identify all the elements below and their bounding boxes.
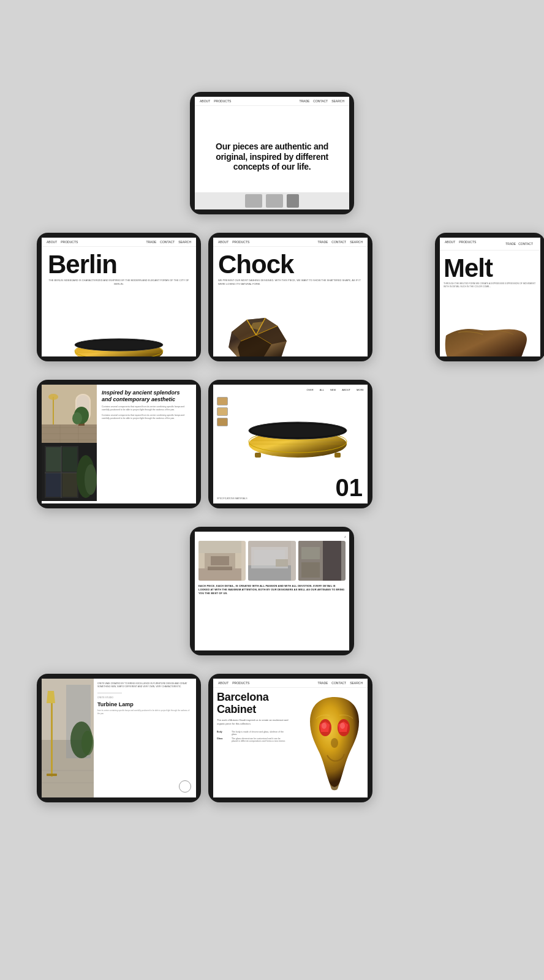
nav-about-t1[interactable]: ABOUT bbox=[200, 99, 210, 103]
nav-item-3[interactable]: NEW bbox=[330, 388, 336, 391]
nav-bar-t3: ABOUT PRODUCTS TRADE CONTACT SEARCH bbox=[213, 238, 368, 247]
nav-item-4[interactable]: ABOUT bbox=[342, 388, 350, 391]
turbine-text: CRETE WAS CREATED BY TO BRING EXCELLENCE… bbox=[94, 679, 196, 797]
product-nav-row: OVER ALL NEW ABOUT MORE bbox=[217, 388, 364, 391]
melt-content: Melt THROUGH THE MELTED FORM WE CREATE A… bbox=[440, 251, 540, 356]
mockup-container: ABOUT PRODUCTS TRADE CONTACT SEARCH Our … bbox=[0, 0, 544, 980]
product-detail-content: OVER ALL NEW ABOUT MORE bbox=[213, 385, 368, 503]
nav-contact-t1[interactable]: CONTACT bbox=[313, 99, 328, 103]
nav-contact-t4[interactable]: CONTACT bbox=[518, 242, 533, 246]
tablet-chock: ABOUT PRODUCTS TRADE CONTACT SEARCH Choc… bbox=[208, 233, 372, 361]
berlin-content: Berlin THE BERLIN SIDEBOARD IS CHARACTER… bbox=[42, 247, 196, 356]
room-main-text: EACH PIECE, EACH DETAIL, IS CREATED WITH… bbox=[198, 584, 346, 595]
nav-trade-t2[interactable]: TRADE bbox=[146, 240, 156, 244]
nav-about-t9[interactable]: ABOUT bbox=[218, 681, 229, 685]
chock-subtitle: WE PRESENT OUR MOST DASHING DESIGNED. WI… bbox=[213, 279, 368, 285]
nav-products-t1[interactable]: PRODUCTS bbox=[214, 99, 231, 103]
svg-rect-52 bbox=[255, 453, 261, 458]
nav-item-1[interactable]: OVER bbox=[306, 388, 313, 391]
nav-search-t1[interactable]: SEARCH bbox=[331, 99, 344, 103]
thumb-top[interactable] bbox=[217, 397, 228, 405]
nav-contact-t9[interactable]: CONTACT bbox=[331, 681, 346, 685]
interior-heading: Inspired by ancient splendors and contem… bbox=[102, 390, 191, 403]
svg-rect-75 bbox=[47, 774, 57, 776]
tablet-berlin: ABOUT PRODUCTS TRADE CONTACT SEARCH Berl… bbox=[37, 233, 201, 361]
svg-rect-53 bbox=[334, 453, 341, 458]
nav-bar-t2: ABOUT PRODUCTS TRADE CONTACT SEARCH bbox=[42, 238, 196, 247]
berlin-title: Berlin bbox=[42, 247, 196, 279]
berlin-product bbox=[42, 320, 196, 356]
nav-contact-t3[interactable]: CONTACT bbox=[331, 240, 346, 244]
nav-search-t2[interactable]: SEARCH bbox=[178, 240, 191, 244]
berlin-subtitle: THE BERLIN SIDEBOARD IS CHARACTERIZED AN… bbox=[42, 279, 196, 285]
room-content: J bbox=[195, 532, 349, 650]
thumb-1 bbox=[245, 194, 262, 208]
nav-trade-t1[interactable]: TRADE bbox=[299, 99, 309, 103]
svg-point-84 bbox=[340, 723, 345, 729]
thumb-mid[interactable] bbox=[217, 407, 228, 416]
nav-bar-t9: ABOUT PRODUCTS TRADE CONTACT SEARCH bbox=[213, 679, 368, 688]
tablet-turbine: CRETE WAS CREATED BY TO BRING EXCELLENCE… bbox=[37, 674, 201, 802]
chock-product bbox=[219, 317, 368, 356]
nav-trade-t4[interactable]: TRADE bbox=[505, 242, 516, 246]
interior-photo-bottom bbox=[42, 443, 97, 501]
nav-about-t2[interactable]: ABOUT bbox=[47, 240, 57, 244]
spec-label-body: Body bbox=[217, 731, 229, 736]
product-info: SPECIFICATIONS MATERIALS bbox=[217, 497, 247, 500]
thumb-2 bbox=[266, 194, 283, 208]
svg-point-51 bbox=[251, 424, 344, 437]
interior-text-area: Inspired by ancient splendors and contem… bbox=[97, 385, 196, 503]
interior-photo-top bbox=[42, 385, 97, 443]
barcelona-content: BarcelonaCabinet The work of Antonio Gau… bbox=[213, 688, 368, 797]
svg-point-44 bbox=[85, 464, 97, 495]
product-thumbnails bbox=[217, 397, 228, 426]
nav-trade-t9[interactable]: TRADE bbox=[317, 681, 328, 685]
thumb-3 bbox=[287, 194, 299, 208]
nav-item-2[interactable]: ALL bbox=[320, 388, 324, 391]
svg-point-83 bbox=[322, 723, 327, 729]
svg-point-78 bbox=[81, 731, 94, 755]
svg-rect-38 bbox=[62, 447, 77, 472]
svg-rect-69 bbox=[301, 562, 320, 578]
tablet-hero: ABOUT PRODUCTS TRADE CONTACT SEARCH Our … bbox=[190, 92, 354, 214]
nav-trade-t3[interactable]: TRADE bbox=[317, 240, 328, 244]
tablet-interior: Inspired by ancient splendors and contem… bbox=[37, 380, 201, 508]
barcelona-subtitle: The work of Antonio Gaudi inspired us to… bbox=[217, 718, 297, 726]
nav-item-5[interactable]: MORE bbox=[357, 388, 364, 391]
room-nav-j: J bbox=[344, 535, 346, 538]
turbine-brand: CRETE STUDIO bbox=[97, 696, 192, 699]
nav-about-t3[interactable]: ABOUT bbox=[218, 240, 229, 244]
spec-value-glass: The glass element can be customized and … bbox=[232, 737, 287, 742]
svg-rect-57 bbox=[211, 556, 229, 565]
room-photo-3 bbox=[298, 541, 346, 581]
turbine-circle-button[interactable] bbox=[179, 780, 191, 793]
svg-rect-30 bbox=[53, 397, 54, 424]
nav-products-t9[interactable]: PRODUCTS bbox=[232, 681, 249, 685]
nav-about-t4[interactable]: ABOUT bbox=[445, 240, 455, 247]
room-photo-1 bbox=[198, 541, 246, 581]
nav-products-t2[interactable]: PRODUCTS bbox=[61, 240, 78, 244]
svg-point-85 bbox=[331, 738, 338, 748]
nav-search-t3[interactable]: SEARCH bbox=[350, 240, 363, 244]
spec-label-glass: Glass bbox=[217, 737, 229, 742]
svg-rect-40 bbox=[62, 473, 77, 497]
nav-products-t3[interactable]: PRODUCTS bbox=[232, 240, 249, 244]
svg-rect-37 bbox=[46, 447, 61, 472]
spec-value-body: The body is made of chrome and glass, sk… bbox=[232, 731, 287, 736]
room-nav: J bbox=[198, 535, 346, 538]
nav-contact-t2[interactable]: CONTACT bbox=[160, 240, 175, 244]
product-number: 01 bbox=[336, 475, 363, 500]
thumb-bot[interactable] bbox=[217, 418, 228, 426]
svg-rect-64 bbox=[276, 559, 288, 567]
svg-point-34 bbox=[72, 412, 82, 424]
nav-products-t4[interactable]: PRODUCTS bbox=[459, 240, 476, 247]
interior-text-1: Contains several components that expand … bbox=[102, 405, 191, 412]
nav-search-t9[interactable]: SEARCH bbox=[350, 681, 363, 685]
svg-rect-67 bbox=[323, 541, 341, 581]
melt-product bbox=[440, 323, 540, 356]
product-main-image bbox=[232, 397, 364, 479]
turbine-intro: CRETE WAS CREATED BY TO BRING EXCELLENCE… bbox=[97, 682, 192, 689]
svg-rect-74 bbox=[51, 703, 53, 777]
tablet-product-detail: OVER ALL NEW ABOUT MORE bbox=[208, 380, 372, 508]
tablet-melt: ABOUT PRODUCTS TRADE CONTACT Melt THROUG… bbox=[435, 233, 544, 361]
